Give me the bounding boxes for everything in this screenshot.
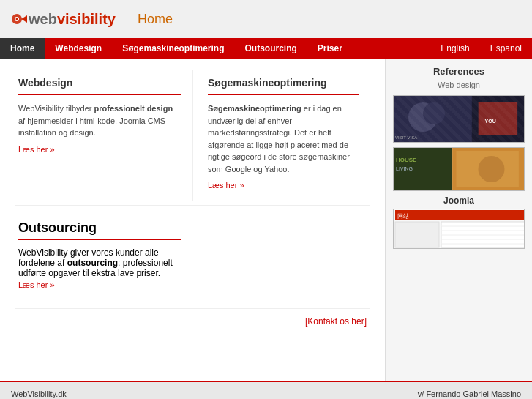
svg-text:LIVING: LIVING bbox=[396, 166, 413, 171]
nav-lang-english[interactable]: English bbox=[430, 38, 479, 59]
nav-item-priser[interactable]: Priser bbox=[307, 38, 353, 59]
sidebar-title: References bbox=[393, 66, 525, 77]
top-sections: Webdesign WebVisibility tilbyder profess… bbox=[15, 70, 370, 206]
logo: webvisibility bbox=[11, 11, 116, 28]
outsourcing-read-more[interactable]: Læs her » bbox=[18, 280, 55, 289]
footer-name: v/ Fernando Gabriel Massino bbox=[378, 389, 521, 398]
svg-rect-17 bbox=[456, 151, 518, 187]
outsourcing-section: Outsourcing WebVisibility giver vores ku… bbox=[15, 213, 192, 297]
nav-item-webdesign[interactable]: Webdesign bbox=[45, 38, 112, 59]
webdesign-text: WebVisibility tilbyder professionelt des… bbox=[18, 102, 181, 139]
nav-lang-espanol[interactable]: Español bbox=[480, 38, 532, 59]
svg-point-7 bbox=[423, 102, 445, 124]
logo-web: web bbox=[29, 11, 57, 28]
contact-link[interactable]: [Kontakt os her] bbox=[305, 316, 367, 327]
navbar: Home Webdesign Søgemaskineoptimering Out… bbox=[0, 38, 532, 59]
sidebar-image-1: YOU VISIT VISA bbox=[393, 95, 525, 143]
divider-webdesign bbox=[18, 94, 181, 95]
img3-graphic: 网站 bbox=[394, 209, 524, 249]
seo-title: Søgemaskineoptimering bbox=[208, 77, 359, 89]
svg-text:HOUSE: HOUSE bbox=[396, 157, 417, 163]
logo-icon bbox=[11, 12, 29, 26]
nav-left: Home Webdesign Søgemaskineoptimering Out… bbox=[0, 38, 430, 59]
nav-item-seo[interactable]: Søgemaskineoptimering bbox=[112, 38, 234, 59]
sidebar-image-3: 网站 bbox=[393, 209, 525, 249]
outsourcing-text: WebVisibility giver vores kunder alle fo… bbox=[18, 247, 181, 278]
nav-item-outsourcing[interactable]: Outsourcing bbox=[235, 38, 307, 59]
footer-left: WebVisibility.dk info@webvisibility.dk bbox=[11, 389, 85, 399]
seo-text: Søgemaskineoptimering er i dag en undvær… bbox=[208, 102, 359, 175]
svg-rect-19 bbox=[395, 210, 524, 220]
svg-rect-21 bbox=[395, 222, 439, 247]
svg-rect-4 bbox=[394, 95, 524, 143]
page-title: Home bbox=[138, 12, 173, 27]
divider-outsourcing bbox=[18, 239, 181, 240]
footer-website: WebVisibility.dk bbox=[11, 389, 85, 398]
svg-rect-8 bbox=[479, 102, 517, 135]
sidebar: References Web design YOU VISIT VISA HOU… bbox=[386, 59, 532, 381]
svg-point-6 bbox=[408, 102, 438, 132]
webdesign-read-more[interactable]: Læs her » bbox=[18, 145, 55, 154]
nav-item-home[interactable]: Home bbox=[0, 38, 45, 59]
webdesign-title: Webdesign bbox=[18, 77, 181, 89]
img2-graphic: HOUSE LIVING bbox=[394, 147, 524, 191]
svg-text:VISIT VISA: VISIT VISA bbox=[395, 135, 417, 140]
nav-right: English Español bbox=[430, 38, 532, 59]
header: webvisibility Home bbox=[0, 0, 532, 38]
footer: WebVisibility.dk info@webvisibility.dk v… bbox=[0, 381, 532, 399]
img1-graphic: YOU VISIT VISA bbox=[394, 95, 524, 143]
svg-point-3 bbox=[16, 18, 18, 20]
content-area: Webdesign WebVisibility tilbyder profess… bbox=[0, 59, 386, 381]
main-wrapper: Webdesign WebVisibility tilbyder profess… bbox=[0, 59, 532, 381]
svg-marker-1 bbox=[21, 15, 27, 23]
divider-seo bbox=[208, 94, 359, 95]
sidebar-joomla-label: Joomla bbox=[393, 195, 525, 206]
seo-section: Søgemaskineoptimering Søgemaskineoptimer… bbox=[192, 70, 370, 201]
svg-rect-5 bbox=[394, 95, 472, 143]
svg-text:网站: 网站 bbox=[397, 213, 409, 220]
svg-text:YOU: YOU bbox=[485, 119, 496, 124]
contact-bar: [Kontakt os her] bbox=[15, 308, 370, 334]
outsourcing-title: Outsourcing bbox=[18, 220, 181, 236]
webdesign-section: Webdesign WebVisibility tilbyder profess… bbox=[15, 70, 192, 201]
footer-right: v/ Fernando Gabriel Massino Hjørringgade… bbox=[378, 389, 521, 399]
sidebar-subtitle: Web design bbox=[393, 81, 525, 89]
sidebar-image-2: HOUSE LIVING bbox=[393, 147, 525, 191]
seo-read-more[interactable]: Læs her » bbox=[208, 181, 244, 190]
logo-visibility: visibility bbox=[57, 11, 116, 28]
